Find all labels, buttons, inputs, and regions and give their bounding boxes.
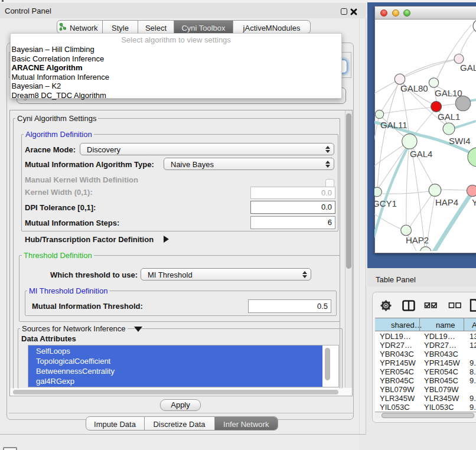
svg-text:GAL1: GAL1 bbox=[438, 112, 460, 122]
svg-text:HAP2: HAP2 bbox=[406, 235, 429, 245]
svg-text:Y: Y bbox=[472, 197, 476, 207]
svg-text:SWI4: SWI4 bbox=[449, 136, 471, 146]
svg-text:GAL: GAL bbox=[460, 63, 476, 73]
svg-text:HAP4: HAP4 bbox=[435, 197, 458, 207]
svg-text:GAL10: GAL10 bbox=[435, 88, 462, 98]
svg-text:GAL80: GAL80 bbox=[400, 83, 428, 93]
svg-text:GAL11: GAL11 bbox=[380, 120, 407, 130]
svg-text:GAL4: GAL4 bbox=[410, 149, 432, 159]
svg-text:GCY1: GCY1 bbox=[374, 198, 397, 208]
